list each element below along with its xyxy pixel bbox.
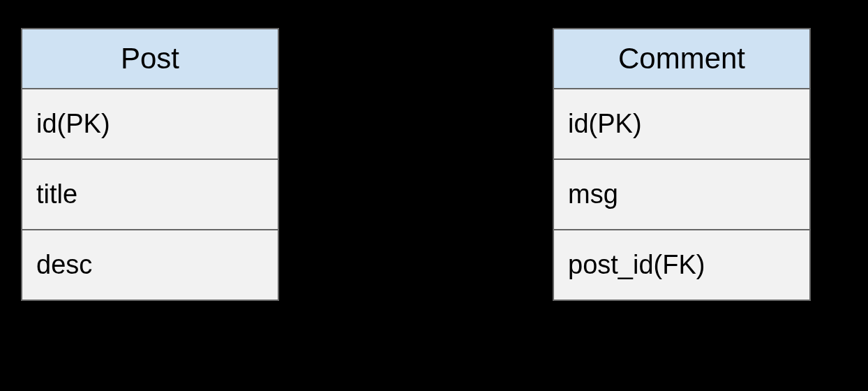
- entity-post-field: desc: [22, 230, 278, 300]
- entity-post-field: id(PK): [22, 89, 278, 160]
- entity-comment-field: id(PK): [554, 89, 809, 160]
- entity-comment-field: post_id(FK): [554, 230, 809, 300]
- entity-comment-header: Comment: [554, 29, 809, 89]
- entity-comment-field: msg: [554, 160, 809, 230]
- entity-post-header: Post: [22, 29, 278, 89]
- entity-post-field: title: [22, 160, 278, 230]
- entity-comment: Comment id(PK) msg post_id(FK): [553, 28, 811, 301]
- entity-post: Post id(PK) title desc: [21, 28, 279, 301]
